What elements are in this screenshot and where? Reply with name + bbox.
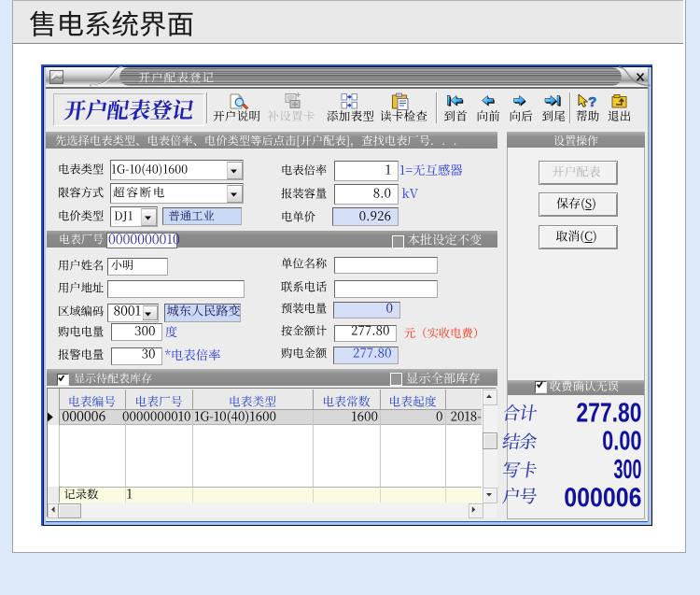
svg-text:?: ? xyxy=(588,93,596,109)
